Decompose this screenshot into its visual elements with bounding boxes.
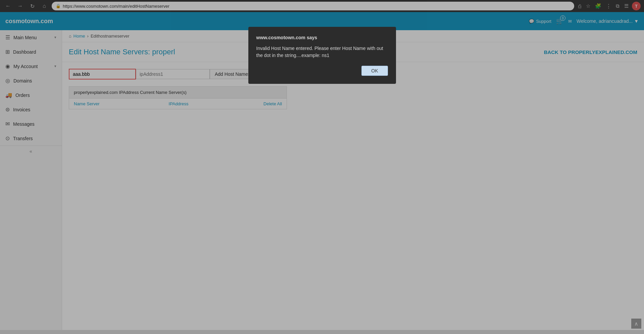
dialog-title: www.cosmotown.com says [256,35,388,40]
dialog-buttons: OK [256,66,388,76]
dialog-ok-button[interactable]: OK [361,66,388,76]
dialog-box: www.cosmotown.com says Invalid Host Name… [248,27,396,84]
dialog-message: Invalid Host Name entered. Please enter … [256,45,388,59]
dialog-overlay: www.cosmotown.com says Invalid Host Name… [0,0,644,334]
